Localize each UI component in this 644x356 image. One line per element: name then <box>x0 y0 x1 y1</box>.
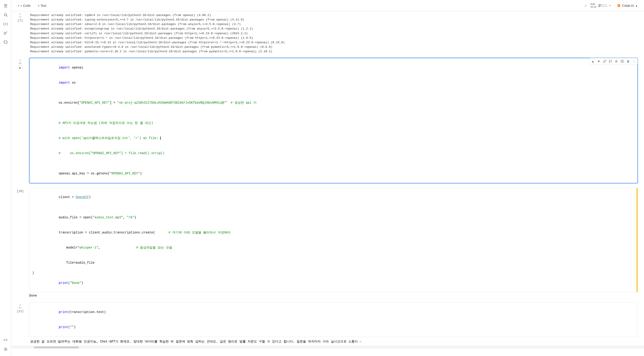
cell-11-check-icon: ✓ <box>19 303 21 307</box>
cell-import-status: ✓ 0s <box>19 58 22 65</box>
cell-7-content: Requirement already satisfied: tqdm>4 in… <box>29 11 644 56</box>
cell-import-code-wrapper[interactable]: ▲ ▼ <box>29 58 638 183</box>
keyword-import-1: import <box>59 66 70 69</box>
delete-button[interactable]: 🗑 <box>625 59 631 64</box>
ram-bar <box>598 4 607 6</box>
code-10-print: print("Done") <box>32 275 635 290</box>
mirror-button[interactable] <box>620 59 625 64</box>
sidebar: ☰ {x} <> <box>0 0 11 356</box>
colab-ai-button[interactable]: AI Colab AI ▲ <box>614 3 640 8</box>
colab-ai-icon: AI <box>617 4 620 8</box>
ram-bar-fill <box>598 4 601 6</box>
cell-import-run-button[interactable]: ▶ <box>18 65 23 70</box>
horizontal-scrollbar[interactable] <box>11 346 644 348</box>
move-up-button[interactable]: ▲ <box>590 59 596 64</box>
cell-10-gutter: [10] <box>11 187 29 193</box>
settings-button[interactable]: ⚙ <box>614 59 619 64</box>
move-down-button[interactable]: ▼ <box>596 59 602 64</box>
app-container: ☰ {x} <> <box>0 0 644 356</box>
code-line-blank-3 <box>32 161 635 166</box>
code-line-import-os: import os <box>32 75 635 90</box>
code-11-print-text: print(transcription.text) <box>32 304 635 319</box>
cell-11-number: [11] <box>17 310 24 313</box>
code-10-audio-file: audio_file = open("audio_test.mp3", "rb"… <box>32 210 635 225</box>
dropdown-arrow-icon[interactable]: ▾ <box>609 4 611 7</box>
cell-11-time: 0s <box>19 307 22 309</box>
cell-11-output: 궁금한 걸 모르면 알려주는 대화용 인공지능, Chet-GPT가 화제죠. … <box>29 337 640 346</box>
cell-import-time: 0s <box>19 62 22 65</box>
plus-code-icon: + <box>18 4 19 8</box>
output-line-5: Requirement already satisfied: certifi i… <box>29 31 640 36</box>
svg-line-1 <box>6 16 7 17</box>
code-10-model: model="whisper-1",# 음성파일을 읽는 모델 <box>32 240 635 255</box>
code-line-blank-2 <box>32 110 635 115</box>
output-line-7: Requirement already satisfied: h11<0.15,… <box>29 40 640 45</box>
cell-10-section: [10] client = OpenAI() audio_file = open… <box>11 187 644 298</box>
output-line-3: Requirement already satisfied: idna>=2.8… <box>29 22 640 27</box>
output-line-6: Requirement already satisfied: httpcore=… <box>29 36 640 40</box>
cell-import-section: ✓ 0s ▶ ▲ ▼ <box>11 58 644 184</box>
cell-10-code-wrapper[interactable]: client = OpenAI() audio_file = open("aud… <box>29 188 638 293</box>
add-code-label: + Code <box>20 4 30 8</box>
ram-label: RAM <box>591 3 596 6</box>
cell-import-gutter: ✓ 0s ▶ <box>11 58 29 70</box>
disk-bar <box>598 6 607 7</box>
sidebar-icon-variables[interactable]: {x} <box>2 20 10 28</box>
sidebar-icon-code-toggle[interactable]: <> <box>2 336 10 344</box>
main-content: + + Code + Text ✓ RAM Disk <box>11 0 644 356</box>
disk-label: Disk <box>591 6 596 8</box>
scrollbar-thumb[interactable] <box>34 346 79 348</box>
sidebar-icon-search[interactable] <box>2 11 10 19</box>
cell-10-yellow-bar <box>636 188 638 292</box>
code-line-import-openai: import openai <box>32 60 635 75</box>
sidebar-icon-folder[interactable] <box>2 38 10 46</box>
comment-button[interactable] <box>608 59 613 64</box>
code-10-client: client = OpenAI() <box>32 190 635 205</box>
colab-ai-chevron-up: ▲ <box>635 4 638 7</box>
code-10-blank <box>32 205 635 210</box>
cell-10-content: client = OpenAI() audio_file = open("aud… <box>29 187 644 298</box>
cell-11-status: ✓ 0s <box>19 303 22 309</box>
sidebar-icon-menu[interactable]: ☰ <box>2 2 10 10</box>
output-line-9: Requirement already satisfied: pydantic-… <box>29 49 640 54</box>
cell-import-content: ▲ ▼ <box>29 58 644 184</box>
more-options-button[interactable]: ⋮ <box>631 59 636 64</box>
cell-11-gutter: ✓ 0s [11] <box>11 302 29 313</box>
link-button[interactable] <box>602 59 607 64</box>
cell-11-code-wrapper[interactable]: print(transcription.text) print("") <box>29 302 638 337</box>
cell-7-section: ✓ 7s [7] Requirement already satisfied: … <box>11 11 644 56</box>
sidebar-icon-list[interactable] <box>2 345 10 353</box>
code-line-apikey: openai.api_key = os.getenv("OPENAI_API_K… <box>32 166 635 181</box>
ram-disk-info[interactable]: RAM Disk ▾ <box>591 3 611 8</box>
ram-disk-bars <box>598 4 607 7</box>
cell-10-output: Done <box>29 293 640 298</box>
code-10-transcription: transcription = client.audio.transcripti… <box>32 225 635 240</box>
cell-10-number: [10] <box>17 188 24 193</box>
add-text-label: Text <box>40 4 46 8</box>
output-line-4: Requirement already satisfied: exception… <box>29 27 640 31</box>
cell-7-gutter: ✓ 7s [7] <box>11 11 29 22</box>
cell-7-number: [7] <box>18 19 23 22</box>
svg-point-2 <box>4 33 6 35</box>
output-line-2: Requirement already satisfied: typing-ex… <box>29 18 640 22</box>
check-status-icon: ✓ <box>584 3 587 8</box>
ram-disk-labels: RAM Disk <box>591 3 596 8</box>
colab-ai-label: Colab AI <box>622 4 634 8</box>
cell-7-output: Requirement already satisfied: tqdm>4 in… <box>29 11 640 56</box>
output-11-line: 궁금한 걸 모르면 알려주는 대화용 인공지능, Chet-GPT가 화제죠. … <box>29 339 640 344</box>
code-11-print-empty: print("") <box>32 320 635 335</box>
code-line-comment-3: # os.environ["OPENAI_API_KEY"] = file.re… <box>32 146 635 161</box>
svg-line-4 <box>6 32 7 33</box>
output-line-1: Requirement already satisfied: tqdm>4 in… <box>29 13 640 18</box>
sidebar-icon-key[interactable] <box>2 29 10 37</box>
add-text-button[interactable]: + Text <box>35 3 49 8</box>
cell-import-toolbar: ▲ ▼ <box>589 58 638 65</box>
disk-bar-fill <box>598 6 600 7</box>
cell-11-content: print(transcription.text) print("") 궁금한 … <box>29 302 644 346</box>
code-line-comment-1: # API키 비공개로 하는법 (위에 직접적으로 쓰는 한 줄 대신) <box>32 116 635 131</box>
code-line-comment-2: # with open('api키를텍스트파일로저장.txt', 'r') as… <box>32 131 635 146</box>
code-line-environ: os.environ["OPENAI_API_KEY"] = "sk-proj-… <box>32 95 635 110</box>
notebook[interactable]: ✓ 7s [7] Requirement already satisfied: … <box>11 11 644 356</box>
add-code-button[interactable]: + + Code <box>15 3 33 8</box>
cell-11-section: ✓ 0s [11] print(transcription.text) prin… <box>11 302 644 346</box>
